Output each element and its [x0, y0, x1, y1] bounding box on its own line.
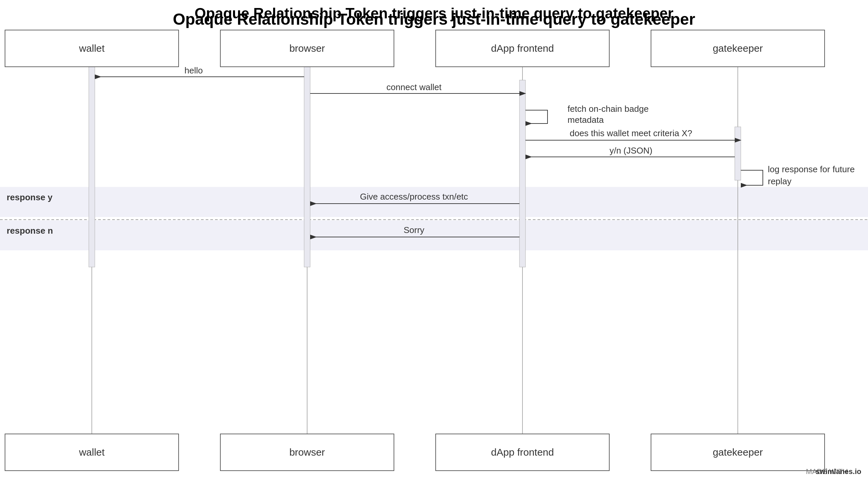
label-sorry: Sorry [404, 225, 424, 235]
actor-gatekeeper-bottom-box [651, 434, 825, 471]
actor-gatekeeper-top-box [651, 30, 825, 67]
actor-gatekeeper-top-label: gatekeeper [713, 43, 763, 54]
swimlane-response-y-bg [0, 187, 868, 217]
label-response-n: response n [7, 226, 53, 236]
activation-browser [304, 67, 310, 267]
arrow-fetch [525, 110, 548, 124]
diagram-container: Opaque Relationship Token triggers just-… [0, 0, 868, 478]
label-yn: y/n (JSON) [610, 146, 653, 156]
actor-dapp-top-label: dApp frontend [491, 43, 554, 54]
actor-wallet-top-label: wallet [79, 43, 105, 54]
footer-brand: swimlanes.io [815, 467, 861, 476]
activation-gatekeeper [735, 127, 741, 180]
swimlane-response-n-bg [0, 220, 868, 250]
label-criteria: does this wallet meet criteria X? [569, 128, 692, 138]
activation-dapp [520, 80, 525, 267]
arrow-log [741, 170, 763, 185]
label-fetch1: fetch on-chain badge [567, 104, 649, 114]
label-connect: connect wallet [386, 82, 442, 92]
actor-browser-bottom-box [220, 434, 394, 471]
actor-dapp-bottom-label: dApp frontend [491, 447, 554, 458]
actor-dapp-top-box [436, 30, 609, 67]
actor-wallet-bottom-label: wallet [79, 447, 105, 458]
page-title: Opaque Relationship Token triggers just-… [0, 5, 868, 22]
label-log2: replay [768, 176, 792, 186]
diagram-svg: hello connect wallet fetch on-chain badg… [0, 0, 868, 478]
label-log1: log response for future [768, 164, 855, 174]
label-response-y: response y [7, 192, 53, 202]
actor-dapp-bottom-box [436, 434, 609, 471]
actor-gatekeeper-bottom-label: gatekeeper [713, 447, 763, 458]
actor-browser-bottom-label: browser [289, 447, 325, 458]
actor-wallet-bottom-box [5, 434, 179, 471]
actor-browser-top-label: browser [289, 43, 325, 54]
activation-wallet [89, 67, 95, 267]
footer-text: MADE WITH [806, 467, 848, 476]
label-hello: hello [185, 65, 203, 75]
label-fetch2: metadata [567, 115, 604, 125]
actor-browser-top-box [220, 30, 394, 67]
label-give-access: Give access/process txn/etc [360, 192, 468, 202]
actor-wallet-top-box [5, 30, 179, 67]
